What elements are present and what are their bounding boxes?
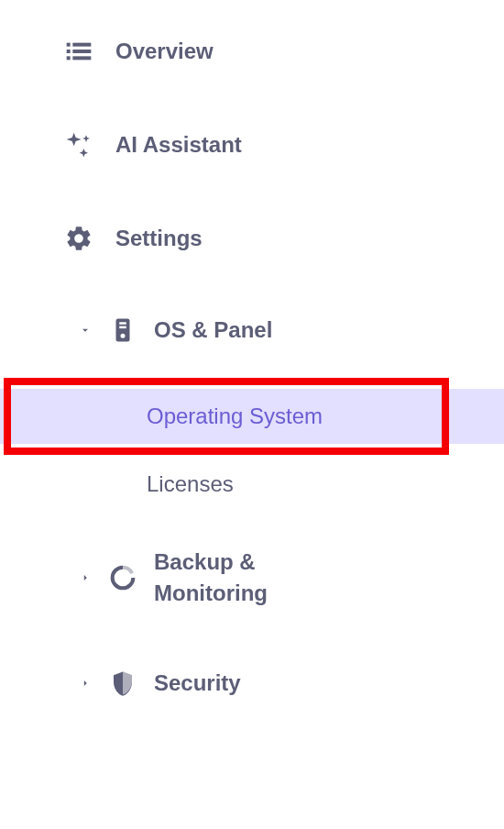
chevron-down-icon: [79, 324, 92, 337]
circle-progress-icon: [108, 563, 137, 592]
chevron-right-icon: [79, 571, 92, 584]
nav-label-overview: Overview: [115, 39, 214, 64]
nav-item-overview[interactable]: Overview: [0, 18, 504, 84]
shield-icon: [108, 669, 137, 698]
sub-item-operating-system[interactable]: Operating System: [0, 389, 504, 444]
svg-rect-1: [72, 43, 91, 47]
nav-label-backup-monitoring: Backup & Monitoring: [154, 547, 268, 608]
nav-label-settings: Settings: [115, 226, 203, 251]
sub-label-licenses: Licenses: [147, 471, 234, 496]
chevron-right-icon: [79, 677, 92, 690]
sub-item-licenses[interactable]: Licenses: [0, 457, 504, 512]
server-icon: [108, 315, 137, 345]
svg-rect-5: [72, 56, 91, 60]
nav-item-os-panel[interactable]: OS & Panel: [0, 299, 504, 361]
nav-item-settings[interactable]: Settings: [0, 205, 504, 271]
list-icon: [64, 37, 93, 66]
nav-item-ai-assistant[interactable]: AI Assistant: [0, 112, 504, 178]
nav-item-security[interactable]: Security: [0, 652, 504, 714]
svg-rect-0: [67, 43, 71, 47]
svg-rect-2: [67, 50, 71, 53]
svg-rect-7: [119, 322, 126, 325]
nav-label-security: Security: [154, 670, 241, 696]
nav-label-ai-assistant: AI Assistant: [115, 132, 242, 158]
gear-icon: [64, 224, 93, 253]
svg-point-9: [121, 334, 126, 338]
svg-rect-3: [72, 50, 91, 53]
svg-rect-4: [67, 56, 71, 60]
svg-rect-8: [119, 326, 126, 329]
nav-item-backup-monitoring[interactable]: Backup & Monitoring: [0, 530, 504, 625]
sparkle-icon: [64, 130, 93, 160]
sub-label-operating-system: Operating System: [147, 403, 323, 428]
nav-label-os-panel: OS & Panel: [154, 317, 272, 343]
